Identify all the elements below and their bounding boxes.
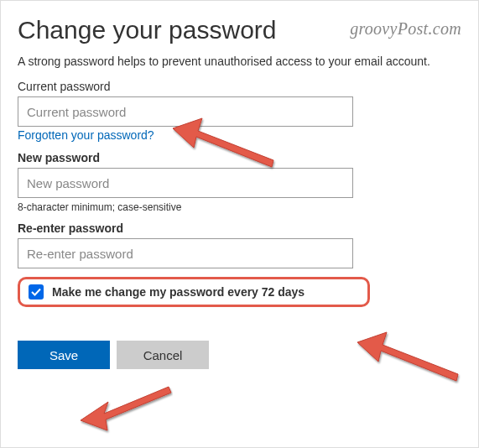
checkbox-label: Make me change my password every 72 days	[52, 285, 305, 299]
password-hint: 8-character minimum; case-sensitive	[18, 201, 461, 213]
subtitle: A strong password helps to prevent unaut…	[18, 55, 461, 68]
new-password-input[interactable]	[18, 168, 353, 198]
checkbox-checked-icon[interactable]	[29, 284, 44, 300]
force-change-checkbox-row[interactable]: Make me change my password every 72 days	[18, 277, 370, 307]
current-password-label: Current password	[18, 80, 461, 93]
save-button[interactable]: Save	[18, 341, 110, 369]
reenter-password-group: Re-enter password	[18, 221, 461, 268]
arrow-annotation-icon	[81, 378, 173, 437]
button-row: Save Cancel	[18, 341, 461, 369]
new-password-group: New password 8-character minimum; case-s…	[18, 151, 461, 213]
current-password-group: Current password Forgotten your password…	[18, 80, 461, 143]
reenter-password-input[interactable]	[18, 238, 353, 268]
new-password-label: New password	[18, 151, 461, 164]
reenter-password-label: Re-enter password	[18, 221, 461, 235]
forgot-password-link[interactable]: Forgotten your password?	[18, 128, 154, 142]
current-password-input[interactable]	[18, 96, 353, 127]
cancel-button[interactable]: Cancel	[117, 341, 209, 369]
watermark: groovyPost.com	[350, 19, 461, 39]
